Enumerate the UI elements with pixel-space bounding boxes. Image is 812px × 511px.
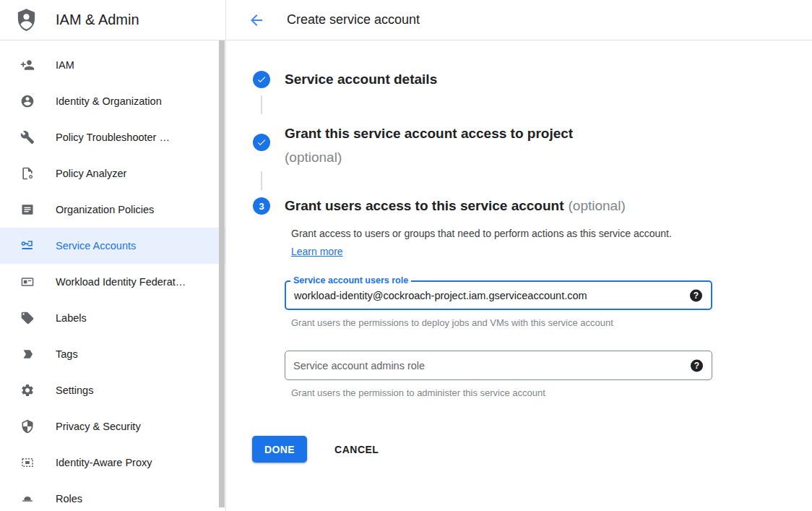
sidebar-item-label: Settings xyxy=(56,385,93,396)
sidebar-item-labels[interactable]: Labels xyxy=(0,300,225,336)
sidebar-item-label: Roles xyxy=(56,493,82,504)
admins-role-field: ? xyxy=(285,351,712,380)
sidebar-item-privacy-security[interactable]: Privacy & Security xyxy=(0,408,225,445)
sidebar-item-label: Policy Troubleshooter … xyxy=(56,132,170,143)
tag-arrow-icon xyxy=(20,347,35,361)
sidebar-item-identity-organization[interactable]: Identity & Organization xyxy=(0,83,225,119)
person-circle-icon xyxy=(20,94,35,108)
proxy-icon xyxy=(20,455,35,470)
sidebar-item-settings[interactable]: Settings xyxy=(0,372,225,408)
sidebar-item-organization-policies[interactable]: Organization Policies xyxy=(0,192,225,228)
sidebar: IAM Identity & Organization Policy Troub… xyxy=(0,40,226,511)
users-role-helper-text: Grant users the permissions to deploy jo… xyxy=(291,317,613,328)
sidebar-item-workload-identity-federation[interactable]: Workload Identity Federat… xyxy=(0,264,225,300)
page-header: Create service account xyxy=(226,0,812,40)
person-add-icon xyxy=(20,58,35,72)
gear-icon xyxy=(20,383,35,398)
sidebar-item-policy-analyzer[interactable]: Policy Analyzer xyxy=(0,155,225,192)
sidebar-item-identity-aware-proxy[interactable]: Identity-Aware Proxy xyxy=(0,445,225,481)
cancel-button[interactable]: CANCEL xyxy=(327,436,386,463)
action-buttons: DONE CANCEL xyxy=(252,436,386,463)
users-role-field-label: Service account users role xyxy=(290,275,411,285)
content-area: IAM Identity & Organization Policy Troub… xyxy=(0,40,812,511)
sidebar-item-tags[interactable]: Tags xyxy=(0,336,225,372)
sidebar-item-policy-troubleshooter[interactable]: Policy Troubleshooter … xyxy=(0,119,225,155)
sidebar-item-label: Identity & Organization xyxy=(56,95,162,107)
shield-half-icon xyxy=(20,419,35,434)
step-2-check-icon xyxy=(253,134,270,151)
sidebar-item-label: Workload Identity Federat… xyxy=(56,276,186,288)
users-role-field: Service account users role ? xyxy=(285,280,712,310)
step-3-number-badge: 3 xyxy=(253,197,270,215)
list-card-icon xyxy=(20,202,35,217)
help-icon[interactable]: ? xyxy=(690,289,702,301)
step-2-title: Grant this service account access to pro… xyxy=(285,121,573,169)
done-button[interactable]: DONE xyxy=(252,436,307,463)
hat-icon xyxy=(20,491,35,506)
step-3-optional-text: (optional) xyxy=(569,198,626,213)
sidebar-item-label: Policy Analyzer xyxy=(56,168,126,179)
sidebar-item-label: Organization Policies xyxy=(56,204,154,215)
step-2-title-text: Grant this service account access to pro… xyxy=(285,121,573,145)
sidebar-item-service-accounts[interactable]: Service Accounts xyxy=(0,228,225,264)
stepper-connector xyxy=(261,95,262,114)
sidebar-item-label: IAM xyxy=(56,59,74,71)
users-role-input[interactable] xyxy=(286,282,673,309)
document-gear-icon xyxy=(20,166,35,181)
product-header: IAM & Admin xyxy=(0,0,226,40)
sidebar-scrollbar[interactable] xyxy=(219,40,225,507)
learn-more-link[interactable]: Learn more xyxy=(291,246,343,257)
sidebar-item-label: Tags xyxy=(56,348,78,360)
create-service-account-panel: Service account details Grant this servi… xyxy=(226,40,812,511)
sidebar-item-label: Identity-Aware Proxy xyxy=(56,457,152,468)
sidebar-item-label: Labels xyxy=(56,312,87,324)
description-text: Grant access to users or groups that nee… xyxy=(291,228,672,239)
id-card-icon xyxy=(20,275,35,289)
help-icon[interactable]: ? xyxy=(691,359,703,372)
admins-role-helper-text: Grant users the permission to administer… xyxy=(291,387,545,398)
step-3-title: Grant users access to this service accou… xyxy=(285,197,626,215)
wrench-icon xyxy=(20,130,35,145)
step-3-description: Grant access to users or groups that nee… xyxy=(291,225,692,261)
sidebar-item-roles[interactable]: Roles xyxy=(0,481,225,511)
top-bar: IAM & Admin Create service account xyxy=(0,0,812,40)
sidebar-item-label: Service Accounts xyxy=(56,240,136,252)
sidebar-item-iam[interactable]: IAM xyxy=(0,47,225,83)
sidebar-item-label: Privacy & Security xyxy=(56,421,141,432)
step-2-optional-text: (optional) xyxy=(285,145,573,169)
arrow-back-icon[interactable] xyxy=(248,12,265,29)
stepper-connector xyxy=(261,171,262,190)
label-tag-icon xyxy=(20,311,35,325)
page-title: Create service account xyxy=(287,12,420,27)
step-1-check-icon xyxy=(253,71,270,88)
service-account-key-icon xyxy=(20,239,35,253)
iam-shield-icon xyxy=(15,8,38,33)
step-1-title: Service account details xyxy=(285,70,437,89)
step-3-number: 3 xyxy=(259,201,264,212)
step-3-title-text: Grant users access to this service accou… xyxy=(285,198,564,213)
product-title: IAM & Admin xyxy=(56,12,139,28)
admins-role-input[interactable] xyxy=(285,351,674,379)
